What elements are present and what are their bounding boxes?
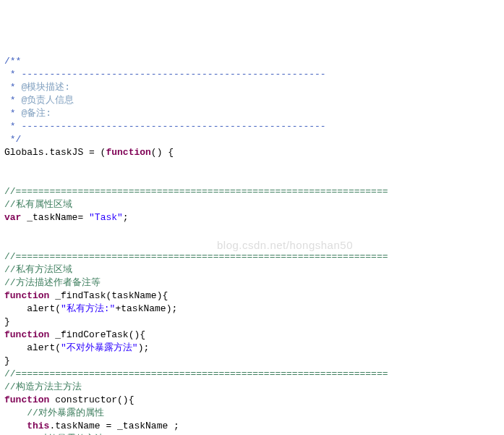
- code-token: Globals.taskJS = (: [4, 147, 106, 158]
- code-line: function constructor(){: [4, 394, 500, 407]
- code-line: }: [4, 355, 500, 368]
- code-token: //方法描述作者备注等: [4, 277, 101, 288]
- code-token: //======================================…: [4, 186, 388, 197]
- code-line: [4, 224, 500, 237]
- code-line: //======================================…: [4, 368, 500, 381]
- code-token: "不对外暴露方法": [61, 342, 138, 353]
- code-line: * @负责人信息: [4, 94, 500, 107]
- code-token: alert(: [4, 303, 61, 314]
- code-token: /**: [4, 56, 21, 67]
- code-line: //======================================…: [4, 185, 500, 198]
- code-token: @负责人信息: [21, 95, 74, 106]
- code-line: //对外暴露的属性: [4, 407, 500, 420]
- code-token: //私有属性区域: [4, 199, 72, 210]
- code-line: [4, 159, 500, 172]
- code-line: */: [4, 133, 500, 146]
- code-token: */: [4, 134, 21, 145]
- code-token: function: [4, 290, 49, 301]
- code-token: +taskName);: [115, 303, 177, 314]
- code-token: @备注:: [21, 108, 51, 119]
- code-line: function _findTask(taskName){: [4, 290, 500, 303]
- code-token: ----------------------------------------…: [21, 121, 325, 132]
- code-token: @模块描述:: [21, 82, 70, 93]
- code-token: //对外暴露的属性: [27, 407, 104, 418]
- code-line: Globals.taskJS = (function() {: [4, 146, 500, 159]
- code-token: ----------------------------------------…: [21, 69, 325, 80]
- code-token: .taskName = _taskName ;: [49, 421, 179, 431]
- code-token: this: [27, 421, 49, 431]
- code-token: }: [4, 355, 10, 366]
- code-token: }: [4, 316, 10, 327]
- code-token: function: [106, 147, 150, 158]
- code-token: *: [4, 82, 21, 93]
- code-line: var _taskName= "Task";: [4, 211, 500, 224]
- code-line: //构造方法主方法: [4, 381, 500, 394]
- code-line: * @模块描述:: [4, 81, 500, 94]
- code-line: [4, 237, 500, 250]
- code-token: );: [138, 342, 150, 353]
- code-token: ;: [123, 212, 129, 223]
- code-line: * --------------------------------------…: [4, 120, 500, 133]
- code-line: this.taskName = _taskName ;: [4, 420, 500, 433]
- code-line: //私有方法区域: [4, 263, 500, 276]
- code-token: _findCoreTask(){: [49, 329, 145, 340]
- code-line: * @备注:: [4, 107, 500, 120]
- code-token: "私有方法:": [61, 303, 115, 314]
- code-token: "Task": [89, 212, 123, 223]
- code-token: function: [4, 394, 49, 405]
- code-token: *: [4, 121, 21, 132]
- code-line: //方法描述作者备注等: [4, 276, 500, 290]
- code-token: //======================================…: [4, 251, 388, 262]
- code-line: alert("私有方法:"+taskName);: [4, 303, 500, 316]
- code-line: //======================================…: [4, 250, 500, 263]
- code-line: /**: [4, 55, 500, 68]
- code-token: _findTask(taskName){: [49, 290, 168, 301]
- code-token: //私有方法区域: [4, 264, 72, 275]
- code-line: //私有属性区域: [4, 198, 500, 211]
- code-token: constructor(){: [49, 394, 134, 405]
- code-block: /** * ----------------------------------…: [4, 55, 500, 435]
- code-line: * --------------------------------------…: [4, 68, 500, 81]
- code-line: function _findCoreTask(){: [4, 329, 500, 342]
- code-token: _taskName=: [21, 212, 89, 223]
- code-line: [4, 172, 500, 185]
- code-token: [4, 407, 27, 418]
- code-token: function: [4, 329, 49, 340]
- code-token: [4, 421, 27, 431]
- code-token: alert(: [4, 342, 61, 353]
- code-token: *: [4, 95, 21, 106]
- code-line: }: [4, 316, 500, 329]
- code-token: () {: [151, 147, 174, 158]
- code-token: //构造方法主方法: [4, 381, 82, 392]
- code-token: *: [4, 69, 21, 80]
- code-line: alert("不对外暴露方法");: [4, 342, 500, 355]
- code-token: *: [4, 108, 21, 119]
- code-token: var: [4, 212, 21, 223]
- code-token: //======================================…: [4, 368, 388, 379]
